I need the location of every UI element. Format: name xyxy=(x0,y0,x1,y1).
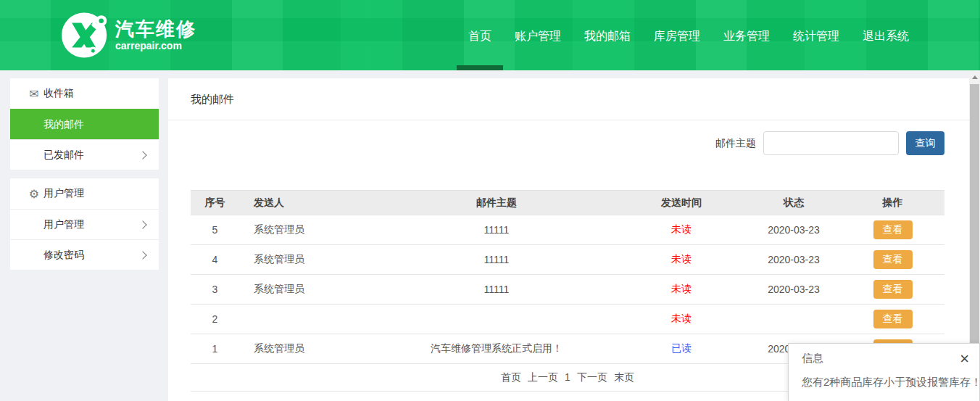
sidebar-item-inbox[interactable]: ✉ 收件箱 xyxy=(10,78,159,109)
page-title: 我的邮件 xyxy=(168,78,969,120)
mail-subject-input[interactable] xyxy=(763,131,899,155)
sidebar-item-label: 我的邮件 xyxy=(43,118,84,131)
sidebar-item-label: 已发邮件 xyxy=(43,149,84,162)
sidebar-item-label: 收件箱 xyxy=(43,87,74,100)
table-row: 5 系统管理员 11111 未读 2020-03-23 查看 xyxy=(191,215,944,245)
chevron-right-icon xyxy=(138,151,146,159)
cell-sender: 系统管理员 xyxy=(239,215,377,245)
cell-no: 5 xyxy=(191,215,239,245)
cell-sender: 系统管理员 xyxy=(239,334,377,364)
sidebar-user-section: ⚙ 用户管理 用户管理 修改密码 xyxy=(10,178,159,270)
cell-subject: 11111 xyxy=(377,215,616,245)
nav-item-logout[interactable]: 退出系统 xyxy=(851,0,921,70)
cell-no: 3 xyxy=(191,275,239,305)
mail-search-bar: 邮件主题 查询 xyxy=(715,131,944,155)
cell-subject: 汽车维修管理系统正式启用！ xyxy=(377,334,616,364)
cell-no: 2 xyxy=(191,305,239,334)
cell-subject: 11111 xyxy=(377,245,616,275)
car-repair-logo-icon xyxy=(62,11,109,59)
pager-last[interactable]: 末页 xyxy=(614,371,634,384)
pager-page-1[interactable]: 1 xyxy=(565,371,570,384)
sidebar-item-label: 用户管理 xyxy=(43,187,84,200)
col-header-no: 序号 xyxy=(191,191,239,215)
brand-domain: carrepair.com xyxy=(115,39,196,52)
view-button[interactable]: 查看 xyxy=(873,250,913,269)
nav-item-statistics[interactable]: 统计管理 xyxy=(781,0,851,70)
brand-logo[interactable]: 汽车维修 carrepair.com xyxy=(62,11,196,59)
pager-first[interactable]: 首页 xyxy=(501,371,521,384)
nav-item-account[interactable]: 账户管理 xyxy=(503,0,573,70)
col-header-sender: 发送人 xyxy=(239,191,377,215)
sidebar-item-label: 修改密码 xyxy=(43,249,84,262)
main-nav: 首页 账户管理 我的邮箱 库房管理 业务管理 统计管理 退出系统 xyxy=(457,0,921,70)
sidebar-item-my-mail[interactable]: 我的邮件 xyxy=(10,109,159,139)
popup-message: 您有2种商品库存小于预设报警库存！ xyxy=(789,365,979,389)
search-button[interactable]: 查询 xyxy=(906,131,944,155)
pager-next[interactable]: 下一页 xyxy=(577,371,607,384)
cell-date: 2020-03-23 xyxy=(747,245,841,275)
table-row: 2 未读 查看 xyxy=(191,305,944,334)
cell-sender xyxy=(239,305,377,334)
cell-status: 已读 xyxy=(616,334,747,364)
pagination: 首页 上一页 1 下一页 末页 xyxy=(501,371,634,384)
sidebar-item-user-mgmt[interactable]: 用户管理 xyxy=(10,209,159,239)
cell-status: 未读 xyxy=(616,245,747,275)
nav-item-home[interactable]: 首页 xyxy=(457,0,503,70)
cell-sender: 系统管理员 xyxy=(239,245,377,275)
search-label: 邮件主题 xyxy=(715,137,756,150)
cell-status: 未读 xyxy=(616,305,747,334)
cell-status: 未读 xyxy=(616,275,747,305)
close-icon[interactable]: × xyxy=(960,352,969,365)
table-row: 4 系统管理员 11111 未读 2020-03-23 查看 xyxy=(191,245,944,275)
cell-date xyxy=(747,305,841,334)
nav-item-warehouse[interactable]: 库房管理 xyxy=(642,0,712,70)
col-header-status: 状态 xyxy=(747,191,841,215)
view-button[interactable]: 查看 xyxy=(873,310,913,328)
sidebar-item-change-password[interactable]: 修改密码 xyxy=(10,239,159,270)
brand-title: 汽车维修 xyxy=(115,19,196,39)
notification-popup: 信息 × 您有2种商品库存小于预设报警库存！ xyxy=(788,343,980,401)
gear-icon: ⚙ xyxy=(26,187,42,201)
nav-item-mailbox[interactable]: 我的邮箱 xyxy=(573,0,642,70)
sidebar-inbox-section: ✉ 收件箱 我的邮件 已发邮件 xyxy=(10,78,159,170)
chevron-right-icon xyxy=(138,220,146,228)
popup-title: 信息 xyxy=(802,352,823,365)
chevron-right-icon xyxy=(138,251,146,259)
scrollbar-up-arrow-icon[interactable] xyxy=(969,71,980,83)
nav-item-business[interactable]: 业务管理 xyxy=(712,0,781,70)
cell-no: 1 xyxy=(191,334,239,364)
table-header-row: 序号 发送人 邮件主题 发送时间 状态 操作 xyxy=(191,191,944,215)
cell-sender: 系统管理员 xyxy=(239,275,377,305)
cell-date: 2020-03-23 xyxy=(747,215,841,245)
col-header-send-time: 发送时间 xyxy=(616,191,747,215)
top-header: 汽车维修 carrepair.com 首页 账户管理 我的邮箱 库房管理 业务管… xyxy=(0,0,980,70)
table-row: 3 系统管理员 11111 未读 2020-03-23 查看 xyxy=(191,275,944,305)
sidebar-item-label: 用户管理 xyxy=(43,218,84,231)
col-header-subject: 邮件主题 xyxy=(377,191,616,215)
sidebar-item-user-mgmt-header[interactable]: ⚙ 用户管理 xyxy=(10,178,159,209)
cell-subject xyxy=(377,305,616,334)
sidebar-item-sent-mail[interactable]: 已发邮件 xyxy=(10,139,159,170)
cell-status: 未读 xyxy=(616,215,747,245)
pager-prev[interactable]: 上一页 xyxy=(528,371,558,384)
envelope-icon: ✉ xyxy=(26,87,42,101)
view-button[interactable]: 查看 xyxy=(873,220,913,239)
cell-no: 4 xyxy=(191,245,239,275)
cell-date: 2020-03-23 xyxy=(747,275,841,305)
col-header-action: 操作 xyxy=(841,191,944,215)
view-button[interactable]: 查看 xyxy=(873,280,913,299)
cell-subject: 11111 xyxy=(377,275,616,305)
